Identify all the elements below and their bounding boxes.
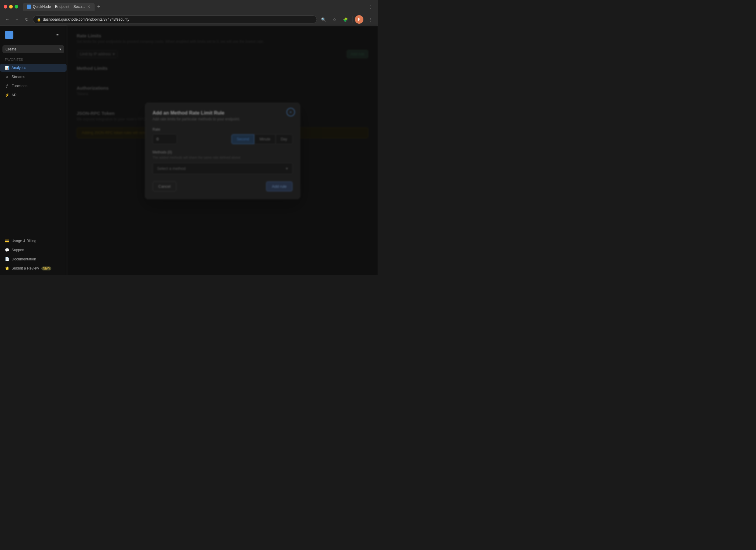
search-button[interactable]: 🔍 [319, 15, 328, 24]
tab-favicon [27, 5, 31, 9]
browser-menu-button[interactable]: ⋮ [366, 2, 374, 11]
extensions-button[interactable]: 🧩 [341, 15, 350, 24]
address-bar[interactable]: 🔒 dashboard.quicknode.com/endpoints/3747… [33, 16, 317, 23]
reload-button[interactable]: ↻ [23, 16, 30, 23]
modal-overlay: × Add an Method Rate Limit Rule Add rate… [67, 26, 378, 275]
back-button[interactable]: ← [4, 16, 11, 23]
browser-chrome: QuickNode – Endpoint – Secu... ✕ + ⋮ ← →… [0, 0, 378, 26]
create-label: Create [5, 47, 16, 51]
sidebar-item-support[interactable]: 💬 Support [0, 246, 67, 254]
browser-toolbar: ← → ↻ 🔒 dashboard.quicknode.com/endpoint… [0, 13, 378, 26]
tab-bar: QuickNode – Endpoint – Secu... ✕ + [23, 2, 363, 11]
rate-label: Rate [153, 127, 293, 132]
select-method-placeholder: Select a method [157, 166, 186, 171]
support-icon: 💬 [5, 248, 9, 252]
sidebar-support-label: Support [12, 248, 24, 252]
create-chevron: ▾ [59, 47, 61, 51]
sidebar-item-functions[interactable]: ƒ Functions [0, 82, 67, 90]
sidebar-api-label: API [12, 93, 17, 97]
titlebar: QuickNode – Endpoint – Secu... ✕ + ⋮ [0, 0, 378, 13]
toolbar-divider [352, 16, 352, 22]
main-layout: ≡ Create ▾ Favorites 📊 Analytics ≋ Strea… [0, 26, 378, 275]
maximize-traffic-light[interactable] [15, 5, 18, 9]
rate-input-row: Second Minute Day [153, 134, 293, 144]
user-avatar[interactable]: F [355, 15, 363, 24]
time-period-buttons: Second Minute Day [231, 134, 292, 144]
minimize-traffic-light[interactable] [9, 5, 13, 9]
new-tab-button[interactable]: + [95, 2, 103, 11]
sidebar-item-analytics[interactable]: 📊 Analytics [0, 64, 67, 72]
add-rule-button[interactable]: Add rule [266, 182, 292, 192]
traffic-lights [4, 5, 18, 9]
functions-icon: ƒ [5, 84, 9, 88]
tab-title: QuickNode – Endpoint – Secu... [33, 5, 85, 9]
sidebar-streams-label: Streams [12, 75, 25, 79]
close-traffic-light[interactable] [4, 5, 7, 9]
logo-mark [5, 31, 13, 39]
sidebar: ≡ Create ▾ Favorites 📊 Analytics ≋ Strea… [0, 26, 67, 275]
sidebar-item-review[interactable]: ⭐ Submit a Review NEW [0, 265, 67, 272]
analytics-icon: 📊 [5, 66, 9, 70]
sidebar-logo-area: ≡ [0, 29, 67, 43]
second-button[interactable]: Second [231, 134, 254, 144]
sidebar-functions-label: Functions [12, 84, 27, 88]
dropdown-chevron-icon: ▾ [286, 166, 288, 171]
methods-desc: The added methods will share the same ra… [153, 156, 293, 159]
streams-icon: ≋ [5, 75, 9, 79]
tab-close-button[interactable]: ✕ [87, 5, 91, 9]
forward-button[interactable]: → [13, 16, 21, 23]
sidebar-docs-label: Documentation [12, 257, 36, 261]
create-button[interactable]: Create ▾ [2, 45, 64, 53]
toolbar-actions: 🔍 ☆ 🧩 F ⋮ [319, 15, 374, 24]
sidebar-item-billing[interactable]: 💳 Usage & Billing [0, 237, 67, 245]
new-badge: NEW [41, 267, 51, 271]
billing-icon: 💳 [5, 239, 9, 243]
chrome-menu-button[interactable]: ⋮ [366, 15, 374, 24]
sidebar-item-streams[interactable]: ≋ Streams [0, 73, 67, 81]
sidebar-billing-label: Usage & Billing [12, 239, 36, 243]
modal: × Add an Method Rate Limit Rule Add rate… [145, 103, 300, 199]
content-area: Rate Limits Set limits for your endpoint… [67, 26, 378, 275]
cancel-button[interactable]: Cancel [153, 182, 176, 192]
review-icon: ⭐ [5, 266, 9, 271]
modal-title: Add an Method Rate Limit Rule [153, 110, 293, 116]
sidebar-review-label: Submit a Review [12, 266, 39, 271]
day-button[interactable]: Day [276, 134, 292, 144]
modal-footer: Cancel Add rule [153, 182, 293, 192]
sidebar-item-api[interactable]: ⚡ API [0, 91, 67, 99]
select-method-dropdown[interactable]: Select a method ▾ [153, 163, 293, 174]
modal-close-button[interactable]: × [286, 108, 295, 116]
docs-icon: 📄 [5, 257, 9, 261]
api-icon: ⚡ [5, 93, 9, 97]
security-icon: 🔒 [37, 18, 41, 22]
rate-input[interactable] [153, 134, 177, 144]
sidebar-item-docs[interactable]: 📄 Documentation [0, 255, 67, 263]
methods-label: Methods (0) [153, 150, 293, 154]
sidebar-analytics-label: Analytics [12, 66, 26, 70]
bookmark-button[interactable]: ☆ [330, 15, 339, 24]
sidebar-toggle[interactable]: ≡ [53, 31, 62, 39]
url-text: dashboard.quicknode.com/endpoints/374743… [43, 17, 129, 22]
favorites-group-label: Favorites [0, 56, 67, 63]
modal-subtitle: Add rate limits for particular methods t… [153, 117, 293, 121]
minute-button[interactable]: Minute [254, 134, 276, 144]
active-tab[interactable]: QuickNode – Endpoint – Secu... ✕ [23, 3, 95, 11]
